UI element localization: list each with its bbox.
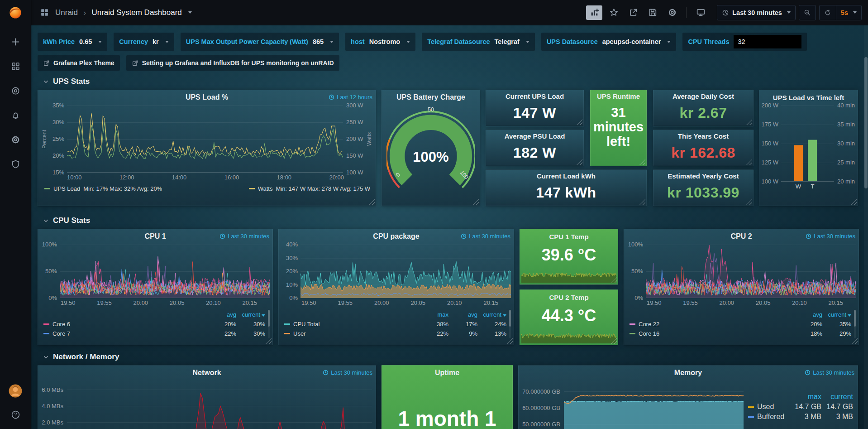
panel-resize-handle[interactable]	[266, 338, 272, 344]
panel-title[interactable]: Network	[192, 369, 221, 377]
panel-title[interactable]: UPS Runtime	[597, 92, 640, 100]
link-grafana-plex-theme[interactable]: Grafana Plex Theme	[38, 55, 120, 71]
panel-title[interactable]: Current UPS Load	[506, 92, 564, 100]
series-name[interactable]: Core 16	[639, 330, 659, 337]
dashboard-title[interactable]: Unraid System Dashboard	[91, 8, 181, 17]
legend-scrollbar-thumb[interactable]	[268, 310, 270, 327]
variable-host[interactable]: host Nostromo	[345, 33, 415, 51]
panel-resize-handle[interactable]	[851, 199, 857, 205]
page-scrollbar[interactable]	[864, 25, 868, 429]
legend-col-max[interactable]: max	[790, 393, 821, 401]
series-name[interactable]: Core 7	[52, 330, 70, 337]
dashboard-settings-gear-icon[interactable]	[664, 5, 680, 20]
server-admin-shield-icon[interactable]	[5, 156, 25, 172]
panel-time-override[interactable]: Last 30 minutes	[323, 369, 372, 376]
variable-kwh-price[interactable]: kWh Price 0.65	[38, 33, 107, 51]
panel-title[interactable]: UPS Load vs Time left	[773, 94, 844, 101]
legend-col-current[interactable]: current	[821, 393, 853, 401]
legend-col-avg[interactable]: avg	[448, 311, 477, 318]
legend-scrollbar-thumb[interactable]	[509, 310, 511, 327]
help-icon[interactable]: ?	[5, 406, 25, 423]
panel-time-override[interactable]: Last 30 minutes	[806, 233, 855, 240]
title-caret-down-icon[interactable]	[188, 11, 192, 14]
panel-time-override[interactable]: Last 30 minutes	[219, 233, 269, 240]
panel-current-load-kwh: Current Load kWh 147 kWh	[486, 169, 647, 206]
user-avatar[interactable]	[5, 383, 25, 399]
panel-time-override[interactable]: Last 12 hours	[329, 94, 372, 101]
x-tick: 20:10	[447, 299, 462, 306]
star-icon[interactable]	[606, 5, 622, 20]
panel-title[interactable]: CPU package	[373, 232, 419, 241]
legend-scrollbar[interactable]	[854, 310, 856, 338]
panel-resize-handle[interactable]	[507, 338, 513, 344]
add-panel-button[interactable]	[586, 5, 602, 20]
series-name[interactable]: Core 6	[52, 321, 70, 328]
series-name[interactable]: User	[293, 330, 305, 337]
legend-col-max[interactable]: max	[420, 311, 448, 318]
series-name[interactable]: Used	[757, 403, 774, 411]
dashboards-icon[interactable]	[5, 58, 25, 74]
panel-resize-handle[interactable]	[639, 159, 645, 165]
panel-title[interactable]: Estimated Yearly Cost	[668, 172, 739, 180]
legend-col-current[interactable]: current	[477, 311, 506, 318]
grafana-logo[interactable]	[8, 5, 23, 22]
link-ups-monitoring-guide[interactable]: Setting up Grafana and InfluxDB for UPS …	[126, 55, 339, 71]
panel-cpu-1-temp: CPU 1 Temp 39.6 °C	[520, 229, 618, 284]
panel-title[interactable]: Current Load kWh	[537, 172, 596, 180]
panel-title[interactable]: Average Daily Cost	[672, 92, 734, 100]
y-axis-label-right: Watts	[366, 106, 373, 173]
create-plus-icon[interactable]	[5, 34, 25, 50]
panel-title[interactable]: UPS Load %	[186, 93, 228, 101]
legend-row: Core 22 20% 35%	[630, 319, 851, 329]
series-name[interactable]: Buffered	[757, 413, 784, 421]
panel-time-override[interactable]: Last 30 minutes	[805, 369, 854, 376]
panel-title[interactable]: Uptime	[435, 369, 459, 377]
refresh-interval-dropdown[interactable]: 5s	[836, 5, 861, 20]
panel-title[interactable]: This Years Cost	[678, 132, 729, 140]
row-header-network-memory[interactable]: Network / Memory	[38, 352, 863, 362]
cycle-view-mode-icon[interactable]	[692, 5, 709, 20]
panel-title[interactable]: CPU 1	[144, 232, 166, 241]
legend-scrollbar[interactable]	[509, 310, 511, 338]
zoom-out-icon[interactable]	[799, 5, 816, 20]
series-name[interactable]: CPU Total	[293, 321, 320, 328]
legend-scrollbar[interactable]	[268, 310, 270, 338]
page-scrollbar-thumb[interactable]	[864, 57, 868, 188]
row-header-ups-stats[interactable]: UPS Stats	[38, 77, 863, 86]
variable-ups-max-output[interactable]: UPS Max Output Power Capacity (Watt) 865	[181, 33, 339, 51]
series-name[interactable]: Watts	[258, 185, 273, 192]
cpu-threads-input[interactable]	[734, 35, 801, 48]
variable-currency[interactable]: Currency kr	[114, 33, 174, 51]
override-label: Last 30 minutes	[228, 233, 269, 240]
legend-scrollbar-thumb[interactable]	[854, 310, 856, 327]
save-icon[interactable]	[644, 5, 661, 20]
panel-time-override[interactable]: Last 30 minutes	[461, 233, 510, 240]
panel-title[interactable]: Memory	[674, 369, 702, 377]
explore-icon[interactable]	[5, 82, 25, 99]
variable-ups-datasource[interactable]: UPS Datasource apcupsd-container	[541, 33, 677, 51]
panel-title[interactable]: CPU 1 Temp	[549, 233, 588, 241]
breadcrumb-app[interactable]: Unraid	[55, 8, 78, 17]
legend-col-avg[interactable]: avg	[207, 311, 236, 318]
apps-grid-icon[interactable]	[38, 5, 51, 20]
panel-title[interactable]: UPS Battery Charge	[396, 93, 465, 101]
variable-telegraf-datasource[interactable]: Telegraf Datasource Telegraf	[422, 33, 535, 51]
legend-col-current[interactable]: current	[822, 311, 851, 318]
legend-col-current[interactable]: current	[236, 311, 265, 318]
time-range-button[interactable]: Last 30 minutes	[717, 5, 795, 20]
series-name[interactable]: Core 22	[639, 321, 659, 328]
panel-title[interactable]: CPU 2 Temp	[549, 294, 588, 301]
alerting-bell-icon[interactable]	[5, 107, 25, 123]
refresh-icon[interactable]	[820, 5, 836, 20]
cpu-package-chart	[300, 245, 511, 298]
configuration-gear-icon[interactable]	[5, 131, 25, 148]
panel-resize-handle[interactable]	[852, 338, 858, 344]
panel-resize-handle[interactable]	[369, 199, 375, 205]
panel-title[interactable]: Average PSU Load	[505, 132, 565, 140]
row-header-cpu-stats[interactable]: CPU Stats	[38, 216, 863, 225]
series-name[interactable]: UPS Load	[53, 185, 80, 192]
panel-resize-handle[interactable]	[473, 199, 479, 205]
panel-title[interactable]: CPU 2	[730, 232, 752, 241]
legend-col-avg[interactable]: avg	[793, 311, 822, 318]
share-icon[interactable]	[625, 5, 641, 20]
